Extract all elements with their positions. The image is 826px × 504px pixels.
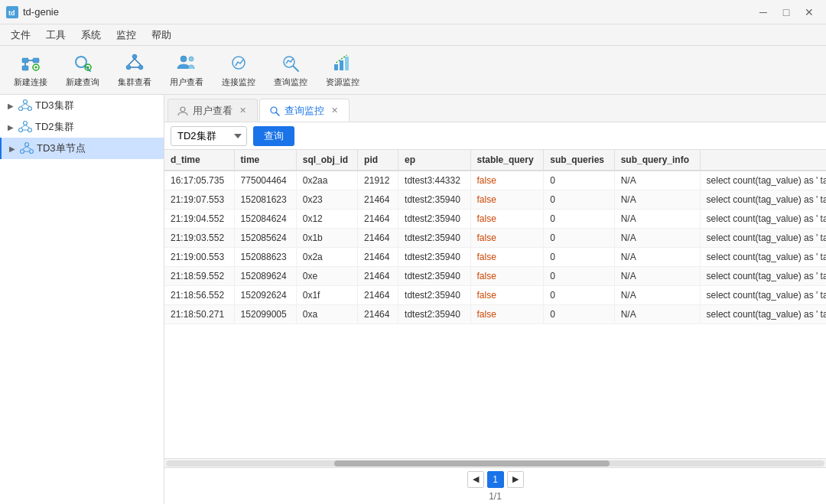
tab-user-view-close[interactable]: ✕ [237,106,248,116]
query-result-table: d_time time sql_obj_id pid ep stable_que… [164,150,826,324]
user-view-label: 用户查看 [170,76,203,88]
content-area: 用户查看 ✕ 查询监控 ✕ TD2集群 TD3集群 TD3单节点 查询 [164,95,826,504]
svg-point-16 [126,65,131,70]
connection-monitor-icon [228,52,249,73]
svg-point-29 [24,100,28,104]
connection-monitor-button[interactable]: 连接监控 [214,49,263,92]
menu-file[interactable]: 文件 [3,24,38,45]
maximize-button[interactable]: □ [776,4,797,21]
main-layout: ▶ TD3集群 ▶ TD2集群 [0,95,826,504]
expand-arrow-td3: ▶ [6,101,15,110]
table-row[interactable]: 21:18:59.5521520896240xe21464tdtest2:359… [164,267,826,286]
tab-user-view[interactable]: 用户查看 ✕ [167,99,258,122]
col-sub-queries: sub_queries [544,150,614,171]
col-ep: ep [398,150,470,171]
menu-tools[interactable]: 工具 [38,24,73,45]
cluster-view-button[interactable]: 集群查看 [110,49,159,92]
pagination: ◀ 1 ▶ 1/1 [164,467,826,504]
scrollbar-thumb[interactable] [334,460,610,467]
svg-line-38 [21,125,25,128]
table-row[interactable]: 21:19:04.5521520846240x1221464tdtest2:35… [164,210,826,229]
titlebar-controls: ─ □ ✕ [753,4,820,21]
menubar: 文件 工具 系统 监控 帮助 [0,24,826,46]
svg-line-25 [294,67,299,72]
expand-arrow-td2: ▶ [6,122,15,132]
table-row[interactable]: 16:17:05.7357750044640x2aa21912tdtest3:4… [164,171,826,190]
table-header-row: d_time time sql_obj_id pid ep stable_que… [164,150,826,171]
col-d-time: d_time [164,150,234,171]
table-row[interactable]: 21:18:56.5521520926240x1f21464tdtest2:35… [164,286,826,305]
new-connection-button[interactable]: 新建连接 [6,49,55,92]
svg-point-21 [180,56,187,62]
query-monitor-button[interactable]: 查询监控 [266,49,315,92]
sidebar-item-td3node[interactable]: ▶ TD3单节点 [0,138,164,159]
table-wrapper[interactable]: d_time time sql_obj_id pid ep stable_que… [164,150,826,458]
sidebar-label-td2cluster: TD2集群 [35,120,158,134]
col-sql-obj-id: sql_obj_id [296,150,357,171]
menu-help[interactable]: 帮助 [144,24,179,45]
svg-line-44 [22,147,27,150]
user-view-button[interactable]: 用户查看 [162,49,211,92]
svg-point-42 [21,150,24,154]
query-bar: TD2集群 TD3集群 TD3单节点 查询 [164,122,826,150]
tab-query-monitor[interactable]: 查询监控 ✕ [259,99,350,122]
sidebar-item-td3cluster[interactable]: ▶ TD3集群 [0,95,164,116]
pagination-controls: ◀ 1 ▶ [467,471,524,488]
svg-rect-26 [334,64,338,70]
next-page-button[interactable]: ▶ [507,471,524,488]
cluster-view-label: 集群查看 [118,76,151,88]
close-button[interactable]: ✕ [798,4,820,21]
titlebar: td td-genie ─ □ ✕ [0,0,826,24]
col-extra [700,150,826,171]
tabs-bar: 用户查看 ✕ 查询监控 ✕ [164,95,826,122]
app-title: td-genie [23,6,59,18]
cluster-select[interactable]: TD2集群 TD3集群 TD3单节点 [171,126,247,146]
connection-monitor-label: 连接监控 [222,76,255,88]
tab-query-monitor-label: 查询监控 [285,104,324,118]
svg-line-49 [276,112,279,115]
col-pid: pid [358,150,398,171]
svg-rect-5 [22,66,28,70]
col-sub-query-info: sub_query_info [614,150,700,171]
cluster-icon-td2 [18,120,32,134]
resource-monitor-button[interactable]: 资源监控 [318,49,367,92]
table-row[interactable]: 21:19:07.5531520816230x2321464tdtest2:35… [164,190,826,210]
table-row[interactable]: 21:19:03.5521520856240x1b21464tdtest2:35… [164,229,826,248]
new-query-label: 新建查询 [66,76,99,88]
svg-point-22 [189,57,193,61]
connection-icon [20,52,41,73]
sidebar: ▶ TD3集群 ▶ TD2集群 [0,95,164,504]
tab-query-monitor-close[interactable]: ✕ [329,106,340,116]
app-icon: td [6,6,18,18]
expand-arrow-td3node: ▶ [8,144,17,153]
col-time: time [234,150,296,171]
cluster-icon [124,52,145,73]
svg-text:td: td [8,9,15,17]
scrollbar-track [166,460,824,467]
menu-monitor[interactable]: 监控 [109,24,144,45]
query-monitor-icon [280,52,301,73]
query-button[interactable]: 查询 [253,126,294,146]
current-page[interactable]: 1 [487,471,504,488]
horizontal-scrollbar[interactable] [164,458,826,467]
prev-page-button[interactable]: ◀ [467,471,484,488]
svg-line-39 [25,125,30,128]
svg-point-43 [30,150,34,154]
sidebar-item-td2cluster[interactable]: ▶ TD2集群 [0,116,164,138]
svg-rect-2 [22,58,28,63]
table-row[interactable]: 21:19:00.5531520886230x2a21464tdtest2:35… [164,248,826,267]
new-query-button[interactable]: 新建查询 [58,49,107,92]
svg-point-30 [19,107,23,111]
svg-rect-3 [33,58,39,63]
minimize-button[interactable]: ─ [753,4,774,21]
svg-point-47 [180,107,185,112]
tab-user-icon [177,106,188,116]
menu-system[interactable]: 系统 [73,24,109,45]
titlebar-left: td td-genie [6,6,59,18]
svg-point-35 [24,122,28,125]
sidebar-label-td3cluster: TD3集群 [35,99,158,112]
table-row[interactable]: 21:18:50.2711520990050xa21464tdtest2:359… [164,305,826,324]
svg-line-33 [25,104,30,107]
svg-line-45 [27,147,31,150]
cluster-icon-td3 [18,99,32,112]
